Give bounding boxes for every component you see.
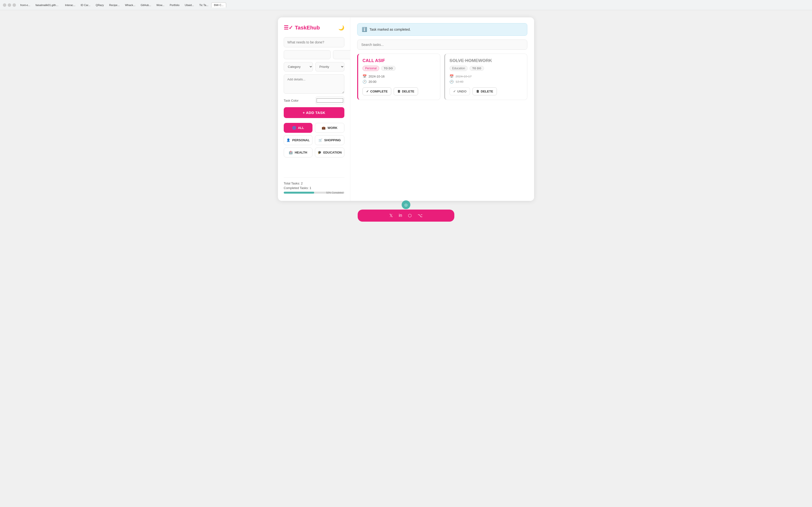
calendar-icon-2: 📅 bbox=[450, 74, 454, 78]
filter-work-button[interactable]: 💼 WORK bbox=[315, 123, 344, 133]
color-picker-input[interactable] bbox=[315, 97, 344, 104]
delete-btn-label-1: DELETE bbox=[402, 90, 414, 93]
filter-all-button[interactable]: 🌐 ALL bbox=[284, 123, 312, 133]
clock-icon-2: 🕐 bbox=[450, 80, 454, 83]
tag-personal: Personal bbox=[362, 66, 379, 71]
complete-task-button[interactable]: ✓ COMPLETE bbox=[362, 88, 391, 95]
task-date-value-2: 2024-10-17 bbox=[456, 74, 472, 78]
education-label: EDUCATION bbox=[323, 151, 342, 154]
tab-faisalmalik[interactable]: faisalmalik01.github.io bbox=[33, 3, 62, 7]
task-date-solve-homework: 📅 2024-10-17 bbox=[450, 74, 523, 78]
filter-education-button[interactable]: 🎓 EDUCATION bbox=[315, 148, 344, 157]
twitter-footer-icon[interactable]: 𝕏 bbox=[389, 213, 393, 218]
task-date-value-1: 2024-10-16 bbox=[368, 74, 385, 78]
delete-task1-button[interactable]: 🗑 DELETE bbox=[394, 88, 418, 95]
filter-personal-button[interactable]: 👤 PERSONAL bbox=[284, 135, 312, 145]
tab-recipe[interactable]: Recipe... bbox=[107, 3, 122, 7]
category-filters: 🌐 ALL 💼 WORK 👤 PERSONAL 🛒 SHOPPING 🏥 bbox=[284, 123, 344, 157]
browser-close-btn[interactable] bbox=[3, 3, 6, 7]
app-title: TaskEhub bbox=[295, 24, 320, 31]
filter-shopping-button[interactable]: 🛒 SHOPPING bbox=[315, 135, 344, 145]
tab-ubaid[interactable]: Ubaid... bbox=[183, 3, 197, 7]
sidebar: ☰✓ TaskEhub 🌙 10/16/2024 12:30 PM Catego… bbox=[278, 17, 350, 201]
calendar-icon-1: 📅 bbox=[362, 74, 367, 78]
info-icon: ℹ️ bbox=[362, 27, 367, 32]
tab-idcar[interactable]: ID Car... bbox=[78, 3, 93, 7]
add-task-label: + ADD TASK bbox=[303, 111, 325, 115]
shopping-icon: 🛒 bbox=[318, 138, 322, 142]
task-actions-call-asif: ✓ COMPLETE 🗑 DELETE bbox=[362, 88, 436, 95]
main-area: ℹ️ Task marked as completed. CALL ASIF P… bbox=[350, 17, 534, 201]
tag-todo-call-asif: TO DO bbox=[381, 66, 395, 71]
shopping-label: SHOPPING bbox=[324, 138, 341, 142]
browser-maximize-btn[interactable] bbox=[12, 3, 16, 7]
progress-bar-fill bbox=[284, 192, 314, 193]
all-label: ALL bbox=[298, 126, 304, 130]
tab-whack[interactable]: Whack... bbox=[122, 3, 138, 7]
tab-github[interactable]: GitHub... bbox=[138, 3, 153, 7]
color-row: Task Color bbox=[284, 97, 344, 104]
search-input[interactable] bbox=[357, 40, 527, 50]
progress-bar: 50% Completed bbox=[284, 192, 344, 193]
dark-mode-toggle[interactable]: 🌙 bbox=[338, 25, 344, 31]
category-select[interactable]: Category Personal Work Shopping Health E… bbox=[284, 62, 313, 71]
discord-footer-icon[interactable]: ⬡ bbox=[408, 213, 412, 218]
health-label: HEALTH bbox=[295, 151, 307, 154]
task-name-input[interactable] bbox=[284, 37, 344, 47]
app-logo: ☰✓ TaskEhub bbox=[284, 24, 320, 31]
task-meta-call-asif: 📅 2024-10-16 🕐 20:00 bbox=[362, 74, 436, 83]
logo-area: ☰✓ TaskEhub 🌙 bbox=[284, 24, 344, 31]
tasks-grid: CALL ASIF Personal TO DO 📅 2024-10-16 🕐 … bbox=[357, 54, 527, 100]
browser-controls bbox=[3, 3, 16, 7]
task-card-solve-homework: SOLVE HOMEWORK Education TO DO 📅 2024-10… bbox=[444, 54, 527, 100]
task-date-call-asif: 📅 2024-10-16 bbox=[362, 74, 436, 78]
footer-wrapper: ◎ 𝕏 in ⬡ ⌥ bbox=[358, 205, 454, 222]
color-label: Task Color bbox=[284, 99, 298, 102]
tab-bmic[interactable]: BMI C... bbox=[211, 2, 226, 7]
completed-tasks-stat: Completed Tasks: 1 bbox=[284, 186, 344, 190]
undo-task-button[interactable]: ✓ UNDO bbox=[450, 88, 470, 95]
task-title-call-asif: CALL ASIF bbox=[362, 58, 436, 63]
tab-tieta[interactable]: Tic Ta... bbox=[197, 3, 211, 7]
priority-select[interactable]: Priority Low Medium High bbox=[315, 62, 345, 71]
undo-btn-label: UNDO bbox=[457, 90, 466, 93]
trash-icon-1: 🗑 bbox=[397, 90, 400, 93]
personal-icon: 👤 bbox=[286, 138, 290, 142]
linkedin-footer-icon[interactable]: in bbox=[399, 213, 402, 218]
checkmark-icon: ✓ bbox=[366, 90, 369, 93]
logo-icon: ☰✓ bbox=[284, 24, 293, 31]
work-label: WORK bbox=[327, 126, 337, 130]
delete-task2-button[interactable]: 🗑 DELETE bbox=[472, 88, 497, 95]
task-time-value-1: 20:00 bbox=[368, 80, 376, 83]
task-time-value-2: 12:40 bbox=[456, 80, 463, 83]
select-row: Category Personal Work Shopping Health E… bbox=[284, 62, 344, 71]
details-textarea[interactable] bbox=[284, 74, 344, 94]
task-form: 10/16/2024 12:30 PM Category Personal Wo… bbox=[284, 37, 344, 118]
tab-front-e[interactable]: front-e... bbox=[18, 3, 33, 7]
task-actions-solve-homework: ✓ UNDO 🗑 DELETE bbox=[450, 88, 523, 95]
date-input[interactable]: 10/16/2024 bbox=[284, 50, 331, 59]
task-title-solve-homework: SOLVE HOMEWORK bbox=[450, 58, 523, 63]
browser-minimize-btn[interactable] bbox=[8, 3, 11, 7]
stats-section: Total Tasks: 2 Completed Tasks: 1 50% Co… bbox=[284, 177, 344, 193]
filter-health-button[interactable]: 🏥 HEALTH bbox=[284, 148, 312, 157]
progress-label: 50% Completed bbox=[326, 192, 343, 193]
task-time-solve-homework: 🕐 12:40 bbox=[450, 80, 523, 83]
education-icon: 🎓 bbox=[317, 151, 321, 154]
tab-interac[interactable]: Interac... bbox=[63, 3, 78, 7]
tab-qrazy[interactable]: QRazy bbox=[93, 3, 106, 7]
clock-icon-1: 🕐 bbox=[362, 80, 367, 83]
tab-wow[interactable]: Wow... bbox=[154, 3, 167, 7]
task-card-call-asif: CALL ASIF Personal TO DO 📅 2024-10-16 🕐 … bbox=[357, 54, 440, 100]
tab-portfolio[interactable]: Portfolio bbox=[167, 3, 182, 7]
add-task-button[interactable]: + ADD TASK bbox=[284, 107, 344, 118]
personal-label: PERSONAL bbox=[292, 138, 310, 142]
task-tags-solve-homework: Education TO DO bbox=[450, 66, 523, 71]
work-icon: 💼 bbox=[322, 126, 325, 130]
footer-circle-icon[interactable]: ◎ bbox=[402, 201, 410, 209]
tag-todo-solve-homework: TO DO bbox=[469, 66, 484, 71]
task-time-call-asif: 🕐 20:00 bbox=[362, 80, 436, 83]
date-time-row: 10/16/2024 12:30 PM bbox=[284, 50, 344, 59]
github-footer-icon[interactable]: ⌥ bbox=[418, 213, 423, 218]
trash-icon-2: 🗑 bbox=[476, 90, 479, 93]
